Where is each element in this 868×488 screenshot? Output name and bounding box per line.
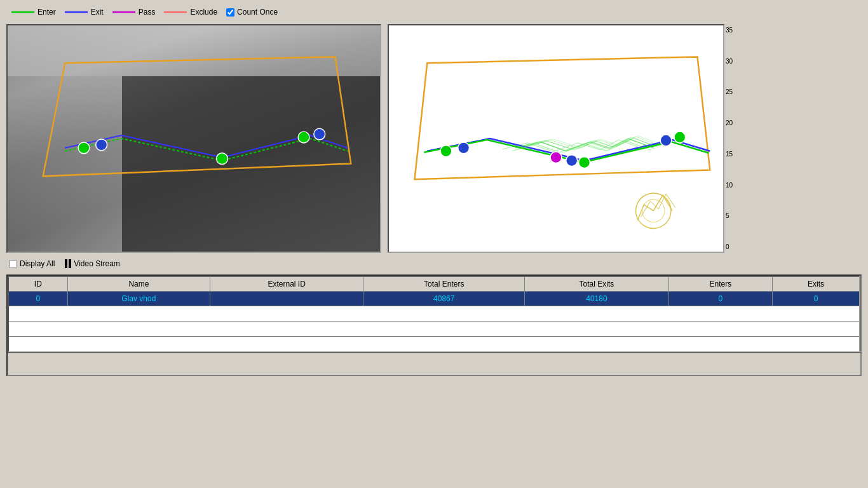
cell-external-id [210,292,363,306]
pause-bar-left [65,259,67,268]
cell-total-enters: 40867 [363,292,525,306]
legend-exclude: Exclude [164,8,217,17]
table-wrapper: ID Name External ID Total Enters Total E… [6,274,862,376]
y-label-30: 30 [726,58,733,65]
legend-pass: Pass [112,8,156,17]
main-container: Enter Exit Pass Exclude Count Once [0,0,868,488]
col-header-exits: Exits [772,276,860,292]
camera-feed-panel [6,24,381,253]
table-header-row: ID Name External ID Total Enters Total E… [8,276,860,292]
display-all-item[interactable]: Display All [9,259,55,268]
y-label-35: 35 [726,27,733,34]
cell-enters: 0 [668,292,772,306]
enter-label: Enter [37,8,56,17]
table-empty-row-1 [8,306,860,322]
exclude-line-icon [164,8,187,16]
svg-marker-10 [415,57,710,179]
left-wall [8,76,122,252]
svg-point-16 [566,155,578,166]
y-label-0: 0 [726,243,729,250]
exit-label: Exit [91,8,104,17]
video-stream-button[interactable]: Video Stream [65,259,120,268]
svg-point-18 [660,135,672,146]
empty-cell-3 [8,337,860,352]
pause-bar-right [69,259,71,268]
y-label-15: 15 [726,151,733,158]
display-all-checkbox[interactable] [9,260,17,268]
svg-point-11 [636,193,671,228]
panels-row: 35 30 25 20 15 10 5 0 [6,24,862,253]
cell-id: 0 [8,292,67,306]
svg-point-13 [440,146,452,157]
svg-point-17 [579,157,590,168]
chart-area: 35 30 25 20 15 10 5 0 [388,24,743,253]
dark-area [122,76,380,252]
svg-point-19 [674,132,686,143]
pass-line-icon [112,8,135,16]
trajectory-chart [388,24,724,253]
cell-name: Glav vhod [67,292,210,306]
pass-label: Pass [139,8,156,17]
display-all-label: Display All [20,259,55,268]
table-row[interactable]: 0 Glav vhod 40867 40180 0 0 [8,292,860,306]
empty-cell-1 [8,306,860,322]
col-header-name: Name [67,276,210,292]
col-header-enters: Enters [668,276,772,292]
ceiling-area [8,25,380,76]
table-empty-row-3 [8,337,860,352]
empty-cell-2 [8,322,860,337]
cell-exits: 0 [772,292,860,306]
y-label-20: 20 [726,119,733,126]
table-empty-row-2 [8,322,860,337]
legend-exit: Exit [65,8,104,17]
count-once-checkbox[interactable] [226,8,234,17]
count-once-checkbox-item[interactable]: Count Once [226,8,278,17]
svg-point-15 [550,152,562,163]
cell-total-exits: 40180 [525,292,668,306]
data-table: ID Name External ID Total Enters Total E… [8,276,860,353]
col-header-external-id: External ID [210,276,363,292]
y-axis: 35 30 25 20 15 10 5 0 [724,24,743,253]
exclude-label: Exclude [190,8,217,17]
controls-bar: Display All Video Stream [6,258,862,269]
chart-svg [389,25,723,252]
video-stream-label: Video Stream [74,259,120,268]
pause-icon [65,259,71,268]
exit-line-icon [65,8,88,16]
enter-line-icon [11,8,34,16]
y-label-10: 10 [726,182,733,189]
legend-enter: Enter [11,8,56,17]
svg-point-14 [458,142,470,154]
col-header-id: ID [8,276,67,292]
count-once-label: Count Once [237,8,278,17]
y-label-25: 25 [726,88,733,95]
legend-bar: Enter Exit Pass Exclude Count Once [6,5,862,19]
col-header-total-enters: Total Enters [363,276,525,292]
svg-point-12 [642,200,665,222]
y-label-5: 5 [726,212,729,219]
col-header-total-exits: Total Exits [525,276,668,292]
